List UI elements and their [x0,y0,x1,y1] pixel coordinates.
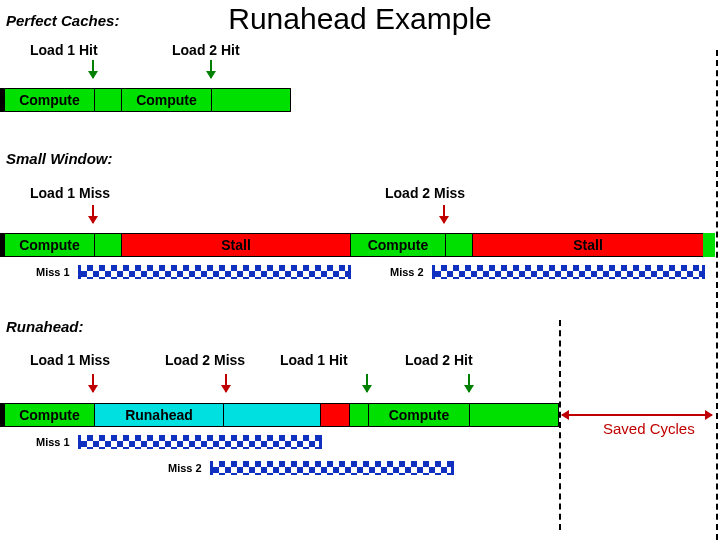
section-runahead-label: Runahead: [6,318,84,335]
section-small-label: Small Window: [6,150,113,167]
small-bar-gap2 [445,233,473,257]
small-bar-compute1: Compute [4,233,95,257]
page-right-edge [716,50,718,540]
arrow-down-icon [92,60,94,78]
perfect-bar-gap2 [211,88,291,112]
perfect-load2-label: Load 2 Hit [172,42,240,58]
runahead-bar-compute1: Compute [4,403,95,427]
saved-cycles-label: Saved Cycles [603,420,695,437]
runahead-bar-runahead: Runahead [94,403,224,427]
perfect-load1-label: Load 1 Hit [30,42,98,58]
arrow-down-icon [225,374,227,392]
runahead-bar-redgap [320,403,350,427]
runahead-load1hit-label: Load 1 Hit [280,352,348,368]
runahead-load1miss-label: Load 1 Miss [30,352,110,368]
runahead-bar-gapA [349,403,369,427]
small-bar-stall2: Stall [472,233,704,257]
runahead-load2miss-label: Load 2 Miss [165,352,245,368]
arrow-down-icon [443,205,445,223]
section-perfect-label: Perfect Caches: [6,12,119,29]
runahead-bar-gapB [469,403,559,427]
perfect-bar-compute1: Compute [4,88,95,112]
arrow-down-icon [366,374,368,392]
small-bar-tail [703,233,715,257]
perfect-bar-compute2: Compute [121,88,212,112]
small-load1-label: Load 1 Miss [30,185,110,201]
small-bar-gap1 [94,233,122,257]
runahead-bar-runahead-tail [223,403,321,427]
runahead-miss2-bar [210,461,454,475]
runahead-bar-compute2: Compute [368,403,470,427]
saved-cycles-arrow [562,414,712,416]
small-bar-stall1: Stall [121,233,351,257]
runahead-miss2-label: Miss 2 [168,462,202,474]
small-miss1-label: Miss 1 [36,266,70,278]
runahead-end-marker [559,320,561,530]
small-miss2-label: Miss 2 [390,266,424,278]
small-load2-label: Load 2 Miss [385,185,465,201]
arrow-down-icon [210,60,212,78]
arrow-down-icon [468,374,470,392]
arrow-down-icon [92,374,94,392]
runahead-miss1-bar [78,435,322,449]
runahead-load2hit-label: Load 2 Hit [405,352,473,368]
perfect-bar-gap1 [94,88,122,112]
runahead-miss1-label: Miss 1 [36,436,70,448]
small-miss2-bar [432,265,705,279]
small-bar-compute2: Compute [350,233,446,257]
arrow-down-icon [92,205,94,223]
small-miss1-bar [78,265,351,279]
